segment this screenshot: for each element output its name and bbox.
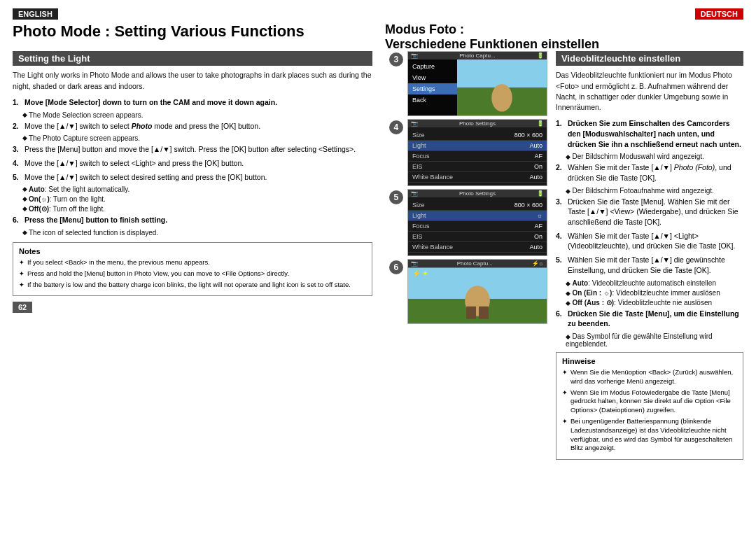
right-section-intro: Das Videoblitzleuchte funktioniert nur i… xyxy=(556,70,743,113)
step-5-num: 5. xyxy=(13,172,22,183)
hinweise-bullet-3: ✦ xyxy=(562,417,568,453)
de-step-4: 4. Wählen Sie mit der Taste [▲/▼] <Light… xyxy=(556,231,743,251)
svg-rect-0 xyxy=(457,60,547,87)
header-right: DEUTSCH Modus Foto : Verschiedene Funkti… xyxy=(378,8,743,51)
step-3-num: 3. xyxy=(13,144,22,155)
hinweise-bullet-1: ✦ xyxy=(562,368,568,386)
notes-bullet-2: ✦ xyxy=(19,269,24,279)
cam-ui-4: 📷 Photo Settings 🔋 Size800 × 600 LightAu… xyxy=(407,119,547,186)
de-step-3: 3. Drücken Sie die Taste [Menu]. Wählen … xyxy=(556,197,743,227)
cam-icon-3: 📷 xyxy=(411,52,418,59)
de-step-2: 2. Wählen Sie mit der Taste [▲/▼] Photo … xyxy=(556,162,743,183)
setting-light-4: LightAuto xyxy=(408,141,547,151)
steps-list: 1. Move [Mode Selector] down to turn on … xyxy=(13,97,372,237)
setting-focus-5: FocusAF xyxy=(408,221,547,232)
setting-eis-4: EISOn xyxy=(408,162,547,172)
de-step-3-num: 3. xyxy=(556,197,566,227)
notes-item-3: ✦ If the battery is low and the battery … xyxy=(19,281,366,290)
step-4-num: 4. xyxy=(13,158,22,169)
step-2: 2. Move the [▲/▼] switch to select Photo… xyxy=(13,121,372,132)
svg-text:☀: ☀ xyxy=(422,270,428,278)
left-main-title: Photo Mode : Setting Various Functions xyxy=(13,22,371,40)
screenshot-6-row: 6 📷 Photo Captu... ⚡☼ xyxy=(389,259,550,324)
right-section-bar: Videoblitzleuchte einstellen xyxy=(556,51,743,66)
cam-topbar-4: 📷 Photo Settings 🔋 xyxy=(408,120,547,127)
cam-photo-3 xyxy=(457,59,547,115)
step-3: 3. Press the [Menu] button and move the … xyxy=(13,144,372,155)
setting-size-4: Size800 × 600 xyxy=(408,130,547,141)
de-step-5-note-off: Off (Aus : ⊙): Videoblitzleuchte nie aus… xyxy=(566,299,743,307)
de-step-2-note: Der Bildschirm Fotoaufnahme wird angezei… xyxy=(566,187,743,195)
setting-light-5: Light☼ xyxy=(408,211,547,221)
svg-rect-9 xyxy=(479,307,489,319)
step-5-note-on: On(☼): Turn on the light. xyxy=(22,195,372,203)
notes-bullet-3: ✦ xyxy=(19,281,24,290)
notes-title: Notes xyxy=(19,247,366,255)
screenshot-4-row: 4 📷 Photo Settings 🔋 Size800 × 600 xyxy=(389,119,550,186)
step-4-text: Move the [▲/▼] switch to select <Light> … xyxy=(24,158,372,169)
de-step-2-num: 2. xyxy=(556,162,566,183)
de-step-5-note-auto: Auto: Videoblitzleuchte automatisch eins… xyxy=(566,279,743,287)
cam-ui-3: 📷 Photo Captu... 🔋 Capture View Settings… xyxy=(407,51,547,116)
de-step-1-note: Der Bildschirm Moduswahl wird angezeigt. xyxy=(566,153,743,160)
de-step-2-text: Wählen Sie mit der Taste [▲/▼] Photo (Fo… xyxy=(568,162,743,183)
cam-battery-6: ⚡☼ xyxy=(532,260,544,267)
step-5-note-off: Off(⊙): Turn off the light. xyxy=(22,205,372,213)
step-circle-4: 4 xyxy=(389,120,403,134)
setting-focus-4: FocusAF xyxy=(408,151,547,162)
german-text: Videoblitzleuchte einstellen Das Videobl… xyxy=(556,51,743,460)
step-circle-5: 5 xyxy=(389,190,403,204)
hinweise-box: Hinweise ✦ Wenn Sie die Menüoption <Back… xyxy=(556,352,743,460)
de-step-6-note: Das Symbol für die gewählte Einstellung … xyxy=(566,332,743,348)
right-main-title: Modus Foto : Verschiedene Funktionen ein… xyxy=(385,22,743,51)
step-circle-6: 6 xyxy=(389,260,403,274)
de-step-1: 1. Drücken Sie zum Einschalten des Camco… xyxy=(556,118,743,149)
page-number: 62 xyxy=(13,302,32,313)
cam-icon-4: 📷 xyxy=(411,120,418,127)
hinweise-item-3: ✦ Bei ungenügender Batteriespannung (bli… xyxy=(562,417,737,453)
header-left: ENGLISH Photo Mode : Setting Various Fun… xyxy=(13,8,378,51)
page: ENGLISH Photo Mode : Setting Various Fun… xyxy=(0,0,756,534)
header: ENGLISH Photo Mode : Setting Various Fun… xyxy=(13,8,743,51)
cam-icon-6: 📷 xyxy=(411,260,418,267)
cam-battery-5: 🔋 xyxy=(537,190,544,197)
step-6: 6. Press the [Menu] button to finish set… xyxy=(13,215,372,225)
step-5: 5. Move the [▲/▼] switch to select desir… xyxy=(13,172,372,183)
de-step-4-text: Wählen Sie mit der Taste [▲/▼] <Light> (… xyxy=(568,231,743,251)
setting-wb-5: White BalanceAuto xyxy=(408,242,547,253)
de-step-6: 6. Drücken Sie die Taste [Menu], um die … xyxy=(556,309,743,329)
content: Setting the Light The Light only works i… xyxy=(13,51,743,460)
screenshot-3-row: 3 📷 Photo Captu... 🔋 Capture View Settin… xyxy=(389,51,550,116)
cam-battery-4: 🔋 xyxy=(537,120,544,127)
scene-svg-3 xyxy=(457,59,547,115)
notes-item-2: ✦ Press and hold the [Menu] button in Ph… xyxy=(19,269,366,279)
cam-menu-back: Back xyxy=(408,94,457,106)
step-3-text: Press the [Menu] button and move the [▲/… xyxy=(24,144,372,155)
de-step-5-note-on: On (Ein : ☼): Videoblitzleuchte immer au… xyxy=(566,289,743,297)
de-step-5-text: Wählen Sie mit der Taste [▲/▼] die gewün… xyxy=(568,255,743,275)
scene-svg-6: ⚡ ☀ xyxy=(408,267,547,323)
de-step-4-num: 4. xyxy=(556,231,566,251)
step-circle-3: 3 xyxy=(389,52,403,66)
hinweise-bullet-2: ✦ xyxy=(562,388,568,415)
step-1-text: Move [Mode Selector] down to turn on the… xyxy=(24,97,372,108)
de-steps-list: 1. Drücken Sie zum Einschalten des Camco… xyxy=(556,118,743,348)
left-section-bar: Setting the Light xyxy=(13,51,372,66)
step-6-num: 6. xyxy=(13,215,22,225)
svg-rect-3 xyxy=(497,86,507,104)
screenshot-5-row: 5 📷 Photo Settings 🔋 Size800 × 600 xyxy=(389,189,550,256)
step-6-text: Press the [Menu] button to finish settin… xyxy=(24,215,372,225)
cam-topbar-6: 📷 Photo Captu... ⚡☼ xyxy=(408,260,547,267)
lang-badge-english: ENGLISH xyxy=(13,8,58,20)
de-step-3-text: Drücken Sie die Taste [Menu]. Wählen Sie… xyxy=(568,197,743,227)
lang-badge-deutsch: DEUTSCH xyxy=(695,8,743,20)
cam-icon-5: 📷 xyxy=(411,190,418,197)
screenshots: 3 📷 Photo Captu... 🔋 Capture View Settin… xyxy=(389,51,550,460)
step-1: 1. Move [Mode Selector] down to turn on … xyxy=(13,97,372,108)
step-5-text: Move the [▲/▼] switch to select desired … xyxy=(24,172,372,183)
svg-text:⚡: ⚡ xyxy=(412,269,421,279)
setting-size-5: Size800 × 600 xyxy=(408,200,547,211)
cam-body-3: Capture View Settings Back xyxy=(408,59,547,115)
de-step-1-num: 1. xyxy=(556,118,566,149)
notes-box: Notes ✦ If you select <Back> in the menu… xyxy=(13,242,372,296)
